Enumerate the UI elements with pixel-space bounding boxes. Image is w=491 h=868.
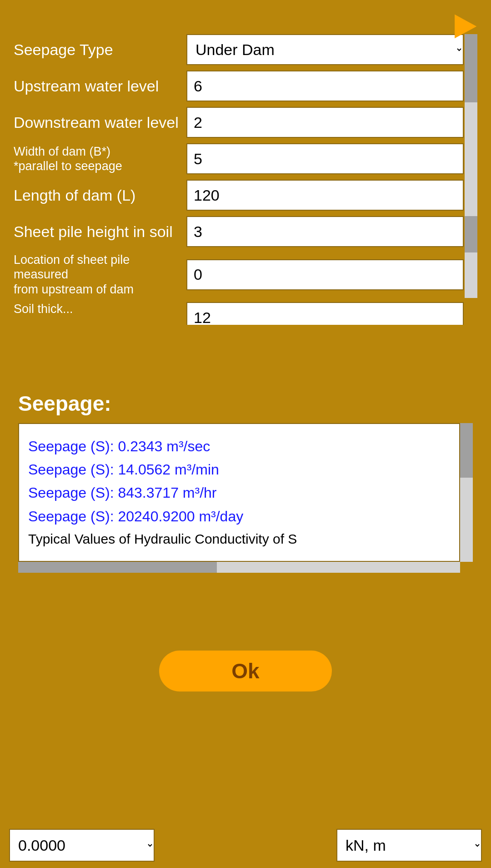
downstream-water-level-label: Downstream water level <box>14 113 186 132</box>
result-line-3: Seepage (S): 843.3717 m³/hr <box>28 481 450 505</box>
results-title: Seepage: <box>18 391 473 416</box>
seepage-type-label: Seepage Type <box>14 40 186 59</box>
results-vertical-scrollbar[interactable] <box>460 423 473 562</box>
upstream-water-level-row: Upstream water level <box>14 71 477 101</box>
upstream-water-level-label: Upstream water level <box>14 77 186 96</box>
sheet-pile-location-row: Location of sheet pile measured from ups… <box>14 252 477 297</box>
soil-thickness-label: Soil thick... <box>14 302 186 316</box>
soil-thickness-input[interactable] <box>186 302 464 325</box>
downstream-water-level-input[interactable] <box>186 107 464 138</box>
soil-thickness-row: Soil thick... <box>14 302 477 325</box>
bottom-right-select[interactable]: kN, m <box>336 829 482 862</box>
result-line-1: Seepage (S): 0.2343 m³/sec <box>28 435 450 458</box>
bottom-bar: 0.0000 kN, m <box>0 823 491 868</box>
form-container: Seepage Type Under Dam Upstream water le… <box>0 25 491 334</box>
length-of-dam-label: Length of dam (L) <box>14 186 186 205</box>
form-scroll-area: Seepage Type Under Dam Upstream water le… <box>14 34 477 325</box>
svg-marker-0 <box>455 15 476 39</box>
results-box: Seepage (S): 0.2343 m³/sec Seepage (S): … <box>18 423 460 562</box>
sheet-pile-height-row: Sheet pile height in soil <box>14 216 477 247</box>
seepage-type-row: Seepage Type Under Dam <box>14 34 477 65</box>
corner-play-button[interactable] <box>446 8 483 45</box>
result-line-2: Seepage (S): 14.0562 m³/min <box>28 458 450 481</box>
result-line-5: Typical Values of Hydraulic Conductivity… <box>28 528 450 550</box>
sheet-pile-location-label: Location of sheet pile measured from ups… <box>14 252 186 297</box>
results-box-wrapper: Seepage (S): 0.2343 m³/sec Seepage (S): … <box>18 423 473 562</box>
downstream-water-level-row: Downstream water level <box>14 107 477 138</box>
sheet-pile-height-input[interactable] <box>186 216 464 247</box>
upstream-water-level-input[interactable] <box>186 71 464 101</box>
vertical-scrollbar[interactable] <box>465 34 477 298</box>
scrollbar-thumb-bottom[interactable] <box>465 216 477 252</box>
width-of-dam-label: Width of dam (B*) *parallel to seepage <box>14 144 186 174</box>
length-of-dam-row: Length of dam (L) <box>14 180 477 211</box>
width-of-dam-row: Width of dam (B*) *parallel to seepage <box>14 143 477 174</box>
sheet-pile-location-input[interactable] <box>186 259 464 290</box>
results-hscroll-thumb[interactable] <box>18 562 217 573</box>
results-scroll-thumb[interactable] <box>460 423 473 478</box>
width-of-dam-input[interactable] <box>186 143 464 174</box>
length-of-dam-input[interactable] <box>186 180 464 211</box>
results-horizontal-scrollbar[interactable] <box>18 562 460 573</box>
result-line-4: Seepage (S): 20240.9200 m³/day <box>28 505 450 528</box>
ok-button[interactable]: Ok <box>159 651 332 691</box>
sheet-pile-height-label: Sheet pile height in soil <box>14 222 186 241</box>
results-section: Seepage: Seepage (S): 0.2343 m³/sec Seep… <box>18 391 473 573</box>
bottom-left-select[interactable]: 0.0000 <box>9 829 155 862</box>
seepage-type-select[interactable]: Under Dam <box>186 34 464 65</box>
